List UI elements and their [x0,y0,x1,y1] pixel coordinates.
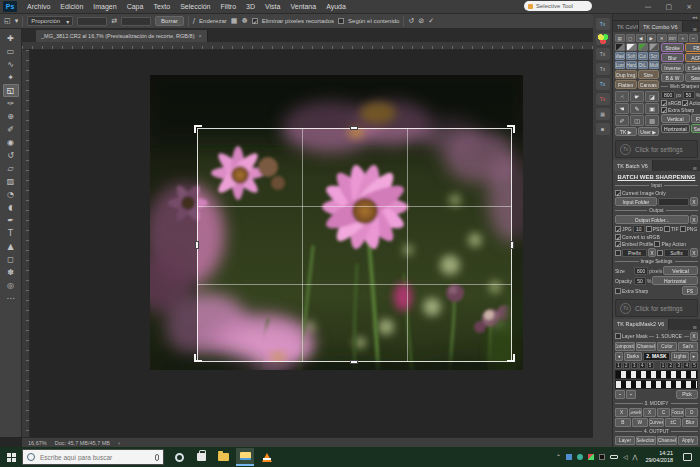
action-icon-button[interactable]: ▣ [645,103,659,114]
tray-expand-icon[interactable]: ⌃ [556,454,561,460]
toolbar-tool[interactable]: ✦ [3,71,19,84]
batch-extra-sharp-checkbox[interactable] [615,288,621,294]
suffix-checkbox[interactable] [657,250,663,256]
toolbar-tool[interactable]: ✒ [3,214,19,227]
collapse-panels-icon[interactable]: ◂◂ [692,14,697,20]
tray-app-icon[interactable] [599,454,605,460]
taskbar-vlc-button[interactable] [258,448,276,466]
taskbar-search-input[interactable] [38,453,152,462]
gray-brush-icon[interactable] [649,43,659,51]
prefix-select[interactable]: Prefix [622,249,647,257]
menu-item[interactable]: 3D [241,3,260,10]
tool-preset-caret-icon[interactable]: ▾ [15,17,19,25]
tk-panel-icon[interactable]: Tx [596,18,610,30]
action-icon-button[interactable]: ☛ [630,91,644,102]
toolbar-tool[interactable]: ◻ [3,253,19,266]
darks-button[interactable]: Darks [624,352,642,361]
action-checkbox[interactable] [682,100,688,106]
taskbar-clock[interactable]: 14:21 29/04/2018 [642,450,676,464]
combo-action-button[interactable]: Inverse [661,63,684,72]
actions-menu-button[interactable]: User ▶ [638,127,660,136]
mask-preview-strip-2[interactable] [615,380,698,389]
image-action-button[interactable]: Dup Img [615,70,637,79]
mask-preview-strip-1[interactable] [615,370,698,379]
volume-icon[interactable]: ◁ [623,454,628,460]
horizontal-button[interactable]: Horizontal [652,276,698,285]
toolbar-tool[interactable]: ▨ [3,175,19,188]
click-for-settings-1[interactable]: Tx Click for settings [615,140,698,158]
toolbar-tool[interactable]: ◖ [3,201,19,214]
extra-sharp-checkbox[interactable] [661,107,667,113]
combo-action-button[interactable]: Stroke [661,43,684,52]
jpg-checkbox[interactable] [615,226,621,232]
straighten-icon[interactable]: ∕ [193,17,195,25]
lum-mode-button[interactable]: Mult [649,61,659,69]
menu-item[interactable]: Ventana [285,3,321,10]
crop-handle-right[interactable] [510,241,514,249]
crop-handle-top-right[interactable] [507,125,515,133]
network-icon[interactable]: ⋀ [633,454,638,460]
toolbar-tool[interactable]: ✑ [3,97,19,110]
action-icon-button[interactable]: ☚ [615,103,629,114]
swap-dimensions-icon[interactable]: ⇄ [111,17,117,25]
combo-icon-button[interactable]: ▢ [626,34,636,42]
modify-button[interactable]: Levels [629,408,642,417]
crop-handle-bottom-left[interactable] [194,354,202,362]
tk-panel-icon[interactable]: Tx [596,63,610,75]
psd-checkbox[interactable] [646,226,652,232]
toolbar-tool[interactable]: ✐ [3,123,19,136]
tab-tk-batch-v6[interactable]: TK Batch V6 [613,160,653,171]
opacity-field[interactable]: 50 [634,277,646,285]
modify-button[interactable]: Curves [649,418,665,427]
lum-mode-button[interactable]: Hard [626,61,636,69]
combo-action-button[interactable]: ± Select [685,63,700,72]
layer-mask-checkbox[interactable] [615,333,621,339]
clear-output-button[interactable]: X [690,215,698,224]
embed-profile-checkbox[interactable] [615,241,621,247]
lights-level-button[interactable]: 5 [691,362,698,369]
black-brush-icon[interactable] [615,43,625,51]
output-button[interactable]: Selection [636,436,656,445]
output-button[interactable]: Channel [657,436,677,445]
overlay-options-icon[interactable]: ▦ [231,17,238,25]
lights-level-button[interactable]: 1 [660,362,667,369]
combo-action-button[interactable]: FB [685,43,700,52]
white-brush-icon[interactable] [626,43,636,51]
zoom-level-field[interactable]: 16,67% [28,440,47,446]
menu-item[interactable]: Archivo [22,3,55,10]
output-button[interactable]: Apply [678,436,698,445]
tab-tk-cov6[interactable]: TK CoV6 [613,21,639,32]
clear-suffix-button[interactable]: X [690,248,698,257]
toolbar-tool[interactable]: ⊕ [3,110,19,123]
lum-mode-button[interactable]: DtL [638,61,648,69]
toolbar-tool[interactable]: T [3,227,19,240]
commit-crop-icon[interactable]: ✓ [428,17,434,25]
click-for-settings-2[interactable]: Tx Click for settings [615,299,698,317]
crop-handle-bottom-right[interactable] [507,354,515,362]
action-icon-button[interactable]: ▨ [645,115,659,126]
taskbar-cortana-button[interactable] [170,448,188,466]
output-folder-button[interactable]: Output Folder... [615,215,689,224]
darks-level-button[interactable]: 4 [639,362,646,369]
vertical-button[interactable]: Vertical [663,266,698,275]
tk-panel-icon[interactable]: Tx [596,48,610,60]
action-center-icon[interactable] [683,453,692,461]
lum-mode-button[interactable]: Lum [615,61,625,69]
combo-action-button[interactable]: B & W [661,73,684,82]
current-image-only-checkbox[interactable] [615,190,621,196]
mask-mode-button[interactable]: Scr [649,52,659,60]
combo-icon-button[interactable]: ▤ [615,34,625,42]
restore-icon[interactable]: ▢ [666,3,673,11]
combo-icon-button[interactable]: ▶ [647,34,657,42]
taskbar-search[interactable] [22,449,164,465]
toolbar-tool[interactable]: ▭ [3,45,19,58]
menu-item[interactable]: Vista [260,3,285,10]
crop-width-field[interactable] [77,17,107,26]
fs-button[interactable]: FS [691,114,700,123]
crop-handle-bottom[interactable] [350,360,358,364]
mask-option-button-1[interactable]: ▪ [615,390,625,399]
tab-close-icon[interactable]: × [198,33,201,39]
vertical-sharpen-button[interactable]: Vertical [661,114,690,123]
modify-button[interactable]: Focus [671,408,684,417]
play-action-checkbox[interactable] [654,241,660,247]
